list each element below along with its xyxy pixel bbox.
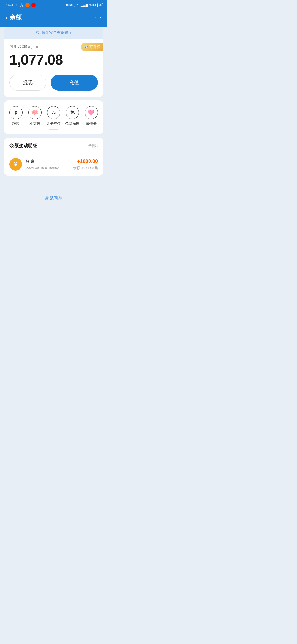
tx-time: 2024-09-10 01:06:02	[26, 166, 69, 170]
tx-amount-col: +1000.00 余额 1077.08元	[73, 159, 98, 170]
balance-body: 💎 可升级 可用余额(元) 👁 1,077.08 提现 充值	[4, 39, 103, 97]
security-text: 资金安全有保障	[42, 30, 68, 35]
status-right: 55.0K/s HD ▂▄▆ WiFi 76	[62, 3, 103, 7]
shield-icon: 🛡	[36, 31, 40, 35]
tx-amount: +1000.00	[73, 159, 98, 164]
action-family-card[interactable]: 🩷 亲情卡	[83, 106, 100, 126]
multicard-icon: 🗂	[47, 106, 60, 119]
history-header: 余额变动明细 全部 ›	[4, 138, 103, 153]
balance-card: 🛡 资金安全有保障 › 💎 可升级 可用余额(元) 👁 1,077.08 提现 …	[4, 27, 103, 97]
wifi-icon: WiFi	[89, 3, 96, 7]
history-title: 余额变动明细	[9, 143, 37, 149]
transaction-item[interactable]: ¥ 转账 2024-09-10 01:06:02 +1000.00 余额 107…	[4, 153, 103, 176]
upgrade-badge[interactable]: 💎 可升级	[81, 43, 103, 51]
security-banner[interactable]: 🛡 资金安全有保障 ›	[4, 27, 103, 39]
battery-indicator: 76	[97, 3, 103, 7]
recharge-button[interactable]: 充值	[51, 75, 98, 91]
card-actions: 提现 充值	[9, 75, 98, 91]
status-left: 下午1:58 支 ···	[4, 3, 40, 8]
balance-label-text: 可用余额(元)	[9, 44, 33, 49]
free-quota-label: 免费额度	[65, 121, 79, 126]
tx-avatar: ¥	[9, 158, 22, 171]
more-options-button[interactable]: ···	[95, 14, 102, 21]
back-button[interactable]: ‹ 余额	[6, 13, 22, 21]
faq-section: 常见问题	[0, 184, 107, 209]
main-content: 🛡 资金安全有保障 › 💎 可升级 可用余额(元) 👁 1,077.08 提现 …	[0, 27, 107, 184]
upgrade-label: 可升级	[89, 45, 100, 50]
tx-avatar-icon: ¥	[14, 161, 17, 168]
quick-actions-panel: ¥ ↻ 转账 🪷 小荷包 🗂 多卡充值 免 免费额度 🩷	[4, 100, 103, 134]
scroll-indicator	[7, 129, 101, 130]
history-all-label: 全部	[88, 143, 96, 148]
action-multicard[interactable]: 🗂 多卡充值	[45, 106, 62, 126]
withdraw-button[interactable]: 提现	[9, 75, 46, 91]
status-alipay-icon: 支	[20, 3, 24, 8]
status-time: 下午1:58	[4, 3, 18, 8]
diamond-icon: 💎	[84, 45, 88, 49]
family-card-label: 亲情卡	[86, 121, 97, 126]
status-app1-icon	[25, 3, 30, 7]
free-quota-icon: 免	[66, 106, 79, 119]
status-speed: 55.0K/s	[62, 3, 73, 7]
back-arrow-icon: ‹	[6, 14, 7, 21]
action-pocket[interactable]: 🪷 小荷包	[27, 106, 43, 126]
tx-name: 转账	[26, 159, 69, 165]
action-transfer[interactable]: ¥ ↻ 转账	[8, 106, 24, 126]
signal-icon: ▂▄▆	[81, 3, 88, 7]
action-free-quota[interactable]: 免 免费额度	[64, 106, 81, 126]
battery-level: 76	[98, 4, 102, 7]
balance-amount: 1,077.08	[9, 51, 98, 68]
tx-info: 转账 2024-09-10 01:06:02	[26, 159, 69, 170]
tx-balance: 余额 1077.08元	[73, 165, 98, 170]
history-all-button[interactable]: 全部 ›	[88, 143, 98, 148]
status-hd-icon: HD	[74, 4, 79, 7]
scroll-dot	[49, 129, 58, 130]
history-card: 余额变动明细 全部 › ¥ 转账 2024-09-10 01:06:02 +10…	[4, 138, 103, 176]
status-bar: 下午1:58 支 ··· 55.0K/s HD ▂▄▆ WiFi 76	[0, 0, 107, 10]
status-app2-icon	[31, 3, 36, 7]
family-card-icon: 🩷	[85, 106, 98, 119]
pocket-label: 小荷包	[29, 121, 40, 126]
actions-row: ¥ ↻ 转账 🪷 小荷包 🗂 多卡充值 免 免费额度 🩷	[7, 106, 101, 126]
status-dots-icon: ···	[37, 3, 40, 7]
history-all-arrow-icon: ›	[97, 144, 98, 148]
faq-button[interactable]: 常见问题	[45, 196, 62, 200]
pocket-icon: 🪷	[28, 106, 42, 119]
page-title: 余额	[10, 13, 22, 21]
eye-icon[interactable]: 👁	[35, 44, 39, 49]
security-arrow-icon: ›	[70, 31, 72, 35]
page-header: ‹ 余额 ···	[0, 10, 107, 27]
multicard-label: 多卡充值	[46, 121, 61, 126]
transfer-label: 转账	[12, 121, 20, 126]
transfer-icon: ¥ ↻	[9, 106, 23, 119]
